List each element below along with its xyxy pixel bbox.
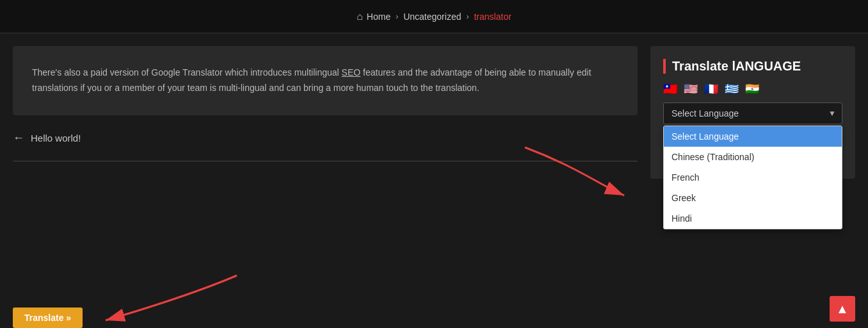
body-text: There's also a paid version of Google Tr… xyxy=(32,65,618,96)
prev-post-label: Hello world! xyxy=(31,133,81,144)
flag-india: 🇮🇳 xyxy=(745,83,762,95)
breadcrumb-home[interactable]: ⌂ Home xyxy=(357,11,390,22)
scroll-up-button[interactable]: ▲ xyxy=(830,296,855,322)
breadcrumb-uncategorized[interactable]: Uncategorized xyxy=(403,12,461,22)
right-sidebar: Translate lANGUAGE 🇹🇼 🇺🇸 🇫🇷 🇬🇷 🇮🇳 Select… xyxy=(650,46,855,328)
dropdown-item-chinese[interactable]: Chinese (Traditional) xyxy=(664,147,842,167)
widget-title: Translate lANGUAGE xyxy=(663,59,842,74)
chevron-up-icon: ▲ xyxy=(836,302,849,316)
flag-greece: 🇬🇷 xyxy=(725,83,741,95)
breadcrumb-current-label: translator xyxy=(474,12,511,22)
language-select[interactable]: Select Language Chinese (Traditional) Fr… xyxy=(663,102,842,124)
dropdown-item-greek[interactable]: Greek xyxy=(664,188,842,208)
dropdown-item-select-language[interactable]: Select Language xyxy=(664,126,842,147)
left-content-area: There's also a paid version of Google Tr… xyxy=(13,46,650,328)
dropdown-item-french[interactable]: French xyxy=(664,167,842,188)
seo-link[interactable]: SEO xyxy=(342,67,361,78)
divider xyxy=(13,161,638,161)
translate-widget: Translate lANGUAGE 🇹🇼 🇺🇸 🇫🇷 🇬🇷 🇮🇳 Select… xyxy=(650,46,855,179)
breadcrumb-uncategorized-label: Uncategorized xyxy=(403,12,461,22)
dropdown-list: Select Language Chinese (Traditional) Fr… xyxy=(663,126,842,229)
translate-button[interactable]: Translate » xyxy=(13,308,83,328)
left-arrow-icon: ← xyxy=(13,131,24,145)
breadcrumb-current: translator xyxy=(474,12,511,22)
home-icon: ⌂ xyxy=(357,11,363,22)
language-select-wrapper: Select Language Chinese (Traditional) Fr… xyxy=(663,102,842,124)
flag-france: 🇫🇷 xyxy=(704,83,721,95)
flag-us: 🇺🇸 xyxy=(684,83,700,95)
breadcrumb-home-label: Home xyxy=(367,12,390,22)
main-layout: There's also a paid version of Google Tr… xyxy=(0,33,868,328)
prev-post-link[interactable]: ← Hello world! xyxy=(13,131,638,145)
breadcrumb-sep-2: › xyxy=(466,12,469,21)
flags-row: 🇹🇼 🇺🇸 🇫🇷 🇬🇷 🇮🇳 xyxy=(663,83,842,95)
flag-taiwan: 🇹🇼 xyxy=(663,83,680,95)
content-box: There's also a paid version of Google Tr… xyxy=(13,46,638,115)
breadcrumb-sep-1: › xyxy=(396,12,398,21)
dropdown-item-hindi[interactable]: Hindi xyxy=(664,208,842,229)
breadcrumb-bar: ⌂ Home › Uncategorized › translator xyxy=(0,0,868,33)
